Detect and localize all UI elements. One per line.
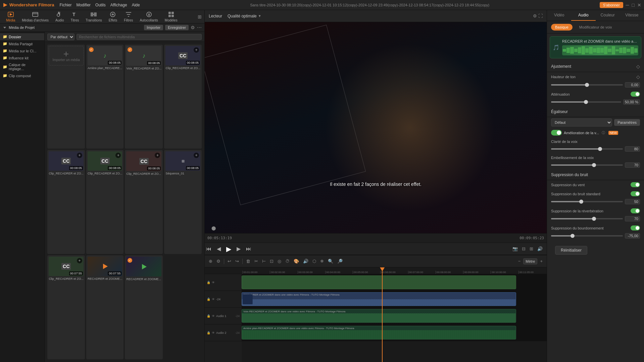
track-lock4-button[interactable]: 🔒 [207,331,210,334]
suppression-standard-toggle[interactable] [631,191,640,196]
clarte-value[interactable]: 80 [625,146,640,152]
tab-models[interactable]: Modèles [161,10,181,23]
folder-influence[interactable]: 📁 Influence kit [0,54,44,61]
speed-button[interactable]: ⏱ [284,258,291,264]
add-button[interactable]: + [155,153,160,158]
delete-button[interactable]: 🗑 [245,258,252,264]
folder-calque[interactable]: 📁 Calque de réglage... [0,61,44,72]
embellissement-slider[interactable] [551,164,623,166]
prev-frame-button[interactable]: ◀ [215,244,222,253]
track-clip-a2[interactable]: Arrière plan-RECADRER et ZOOMER dans une… [242,326,516,340]
suppression-standard-slider[interactable] [551,201,623,202]
subscribe-button[interactable]: S'abonner [600,2,623,8]
ajustement-icon[interactable]: ◇ [636,64,640,69]
add-button[interactable]: + [194,153,199,158]
list-item[interactable]: ♪ 00:08:05 ✓ Voix_RECADRER et ZO... [125,45,163,149]
folder-media-cl[interactable]: 📁 Média sur le Cl... [0,47,44,54]
maximize-button[interactable]: □ [632,2,635,8]
color-button[interactable]: 🎨 [292,258,300,264]
tab-video[interactable]: Vidéo [547,10,571,21]
list-item[interactable]: 00:07:55 RECADRER et ZOOME... [86,255,124,359]
track-lock-button[interactable]: 🔒 [207,281,210,284]
quality-selector[interactable]: Qualité optimale ▼ [228,14,261,18]
close-button[interactable]: ✕ [637,2,641,8]
suppression-bourd-value[interactable]: -75,00 [625,233,640,239]
settings-button[interactable]: ⚙ [191,25,195,30]
transition2-button[interactable]: ⬡ [311,258,317,264]
menu-fichier[interactable]: Fichier [59,3,71,7]
hauteur-value[interactable]: 0,00 [625,82,640,88]
suppression-bourd-toggle[interactable] [631,225,640,230]
list-item[interactable]: CC 00:08:05 + Clip_RECADRER et ZO... [125,150,163,254]
preview-settings-button[interactable]: ⚙ [533,13,537,18]
more-button[interactable]: ⋯ [197,25,202,30]
suppression-reverb-slider[interactable] [551,218,623,219]
volume-button[interactable]: 🔊 [536,245,544,253]
suppression-reverb-value[interactable]: 70 [625,216,640,221]
voice-button[interactable]: 🔊 [302,258,310,264]
suppression-vent-toggle[interactable] [631,182,640,187]
add-button[interactable]: + [77,258,82,263]
next-frame-button[interactable]: ▶ [235,244,242,253]
minimize-button[interactable]: ─ [626,2,629,8]
suppression-reverb-thumb[interactable] [592,217,596,221]
tab-media[interactable]: Média [3,10,18,23]
eq-select[interactable]: Défaut Pop Rock Jazz Classique [551,118,612,126]
list-item[interactable]: Importer un média [47,45,85,149]
hauteur-slider[interactable] [551,84,623,86]
menu-aide[interactable]: Aide [132,3,140,7]
attenuation-thumb[interactable] [584,100,588,104]
hauteur-thumb[interactable] [585,83,589,87]
split-button[interactable]: ⊢ [261,258,267,264]
tab-archives[interactable]: Médias d'archives [18,10,52,23]
embellissement-value[interactable]: 70 [625,162,640,168]
track-lock3-button[interactable]: 🔒 [207,314,210,318]
menu-outils[interactable]: Outils [95,3,106,7]
menu-modifier[interactable]: Modifier [76,3,91,7]
record-button[interactable]: Enregistrer [165,25,189,30]
list-item[interactable]: CC 00:08:05 + Clip_RECADRER et ZO... [86,150,124,254]
attenuation-toggle[interactable] [631,92,640,97]
track-eye3-button[interactable]: 👁 [212,314,215,318]
subtab-basique[interactable]: Basique [551,24,573,31]
tab-titles[interactable]: T Titres [67,10,83,23]
suppression-bourd-thumb[interactable] [571,234,575,238]
suppression-standard-value[interactable]: 50 [625,199,640,204]
attenuation-value[interactable]: 50,00 % [623,99,640,105]
attenuation-slider[interactable] [551,101,621,103]
tab-vitesse[interactable]: Vitesse [620,10,644,21]
fullscreen-button[interactable]: ⛶ [538,13,543,18]
zoom-minus-button[interactable]: − [517,258,522,264]
skip-back-button[interactable]: ⏮ [205,245,213,253]
voice-enhancement-toggle[interactable] [551,130,562,136]
add-button[interactable]: + [115,153,121,158]
crop-button[interactable]: ⊡ [268,258,275,264]
pip-button[interactable]: ⊞ [528,245,535,253]
sort-select[interactable]: Par défaut [47,34,75,40]
list-item[interactable]: ♪ 00:08:05 ✓ Arrière plan_RECADRE... [86,45,124,149]
suppression-bourd-slider[interactable] [551,235,623,237]
embellissement-thumb[interactable] [592,163,596,167]
track-lock2-button[interactable]: 🔒 [207,298,210,301]
track-clip-v1[interactable] [242,275,516,289]
tab-stickers[interactable]: Autocollants [136,10,161,23]
undo-button[interactable]: ↩ [226,258,233,264]
track-eye4-button[interactable]: 👁 [212,331,215,334]
list-item[interactable]: CC 00:08:05 + Clip_RECADRER et ZO... [47,150,85,254]
folder-dossier[interactable]: 📁 Dossier [0,33,44,40]
folder-clip-compose[interactable]: 📁 Clip composé [0,72,44,79]
tab-audio[interactable]: Audio [571,10,595,21]
play-button[interactable]: ▶ [225,244,233,254]
list-item[interactable]: CC 00:08:05 + Clip_RECADRER et ZO... [164,45,202,149]
cut-button[interactable]: ✂ [253,258,259,264]
zoom-out-button[interactable]: 🔎 [336,258,344,264]
clarte-slider[interactable] [551,148,623,150]
panel-expand-button[interactable]: ⊞ [198,14,202,19]
add-button[interactable]: + [77,153,82,158]
import-button[interactable]: Importer [144,25,163,30]
add-button[interactable]: + [194,47,199,53]
eq-params-button[interactable]: Paramètres [614,119,640,126]
stabilize-button[interactable]: ◎ [276,258,283,264]
track-eye-button[interactable]: 👁 [212,281,215,284]
info-icon[interactable]: ⓘ [602,131,605,135]
